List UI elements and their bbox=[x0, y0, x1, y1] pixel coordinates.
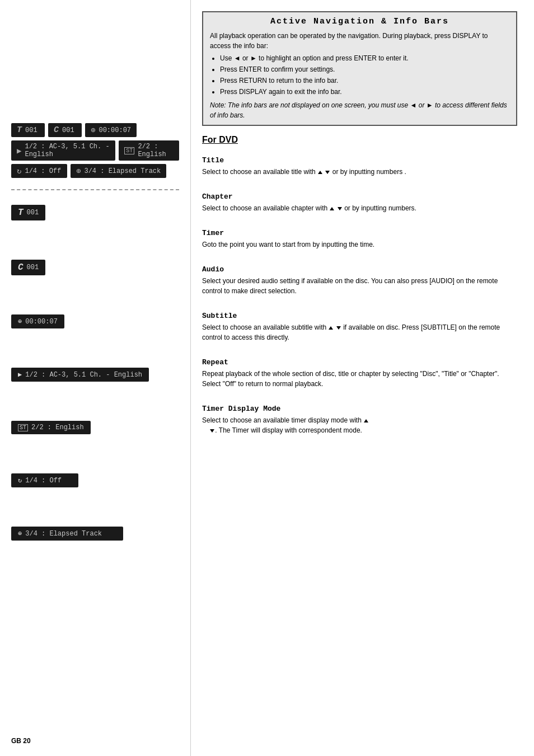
timer-display-cell-overview: ⊕ 3/4 : Elapsed Track bbox=[71, 164, 166, 178]
audio-detail-icon: ▶ bbox=[18, 370, 22, 379]
right-column: Active Navigation & Info Bars All playba… bbox=[190, 0, 534, 756]
section-repeat: Repeat Repeat playback of the whole sect… bbox=[202, 358, 517, 389]
repeat-icon-overview: ↻ bbox=[17, 166, 21, 176]
audio-cell-overview: ▶ 1/2 : AC-3, 5.1 Ch. - English bbox=[11, 140, 115, 161]
section-subtitle: Subtitle Select to choose an available s… bbox=[202, 312, 517, 342]
page-container: T 001 C 001 ⊕ 00:00:07 ▶ 1/2 : AC-3, 5.1… bbox=[0, 0, 534, 756]
section-timer-heading: Timer bbox=[202, 229, 517, 237]
dvd-overview: T 001 C 001 ⊕ 00:00:07 ▶ 1/2 : AC-3, 5.1… bbox=[11, 123, 179, 178]
audio-icon-overview: ▶ bbox=[17, 146, 21, 156]
chapter-detail-cell: C 001 bbox=[11, 260, 45, 275]
subtitle-val-overview: 2/2 : English bbox=[138, 143, 174, 158]
title-val-overview: 001 bbox=[25, 126, 38, 134]
repeat-detail-val: 1/4 : Off bbox=[25, 477, 62, 485]
section-chapter: Chapter Select to choose an available ch… bbox=[202, 192, 517, 213]
title-detail-icon: T bbox=[18, 208, 24, 218]
section-chapter-body: Select to choose an available chapter wi… bbox=[202, 203, 517, 213]
timer-detail-icon: ⊕ bbox=[18, 317, 22, 326]
repeat-detail-item: ↻ 1/4 : Off bbox=[11, 473, 179, 487]
overview-row-1: T 001 C 001 ⊕ 00:00:07 bbox=[11, 123, 179, 137]
section-subtitle-heading: Subtitle bbox=[202, 312, 517, 320]
overview-row-3: ↻ 1/4 : Off ⊕ 3/4 : Elapsed Track bbox=[11, 164, 179, 178]
audio-detail-val: 1/2 : AC-3, 5.1 Ch. - English bbox=[25, 371, 142, 379]
info-bar-intro: All playback operation can be operated b… bbox=[210, 31, 509, 51]
section-timer: Timer Goto the point you want to start f… bbox=[202, 229, 517, 250]
title-detail-val: 001 bbox=[27, 209, 39, 217]
section-title-heading: Title bbox=[202, 156, 517, 165]
audio-detail-cell: ▶ 1/2 : AC-3, 5.1 Ch. - English bbox=[11, 368, 149, 382]
info-bar-bullets: Use ◄ or ► to highlight an option and pr… bbox=[220, 53, 509, 97]
section-repeat-body: Repeat playback of the whole section of … bbox=[202, 369, 517, 389]
chapter-detail-icon: C bbox=[18, 262, 24, 273]
page-number: GB 20 bbox=[11, 737, 31, 745]
repeat-detail-icon: ↻ bbox=[18, 476, 22, 485]
timer-detail-val: 00:00:07 bbox=[25, 318, 58, 326]
subtitle-icon-overview: ST bbox=[124, 147, 134, 154]
repeat-val-overview: 1/4 : Off bbox=[25, 167, 61, 175]
timer-icon-overview: ⊕ bbox=[91, 125, 95, 135]
section-subtitle-body: Select to choose an available subtitle w… bbox=[202, 322, 517, 342]
dashed-separator bbox=[11, 189, 179, 190]
section-chapter-heading: Chapter bbox=[202, 192, 517, 201]
chapter-detail-val: 001 bbox=[27, 264, 39, 271]
timer-display-detail-cell: ⊕ 3/4 : Elapsed Track bbox=[11, 527, 123, 541]
subtitle-cell-overview: ST 2/2 : English bbox=[119, 140, 179, 161]
info-bar-box: Active Navigation & Info Bars All playba… bbox=[202, 11, 517, 126]
timer-detail-cell: ⊕ 00:00:07 bbox=[11, 314, 64, 328]
timer-display-detail-icon: ⊕ bbox=[18, 529, 22, 538]
info-bar-bullet-1: Use ◄ or ► to highlight an option and pr… bbox=[220, 53, 509, 63]
section-timer-body: Goto the point you want to start from by… bbox=[202, 240, 517, 250]
detail-items-list: T 001 C 001 ⊕ 00:00:07 bbox=[11, 205, 179, 541]
section-audio-body: Select your desired audio setting if ava… bbox=[202, 276, 517, 296]
title-detail-item: T 001 bbox=[11, 205, 179, 220]
subtitle-detail-item: ST 2/2 : English bbox=[11, 421, 179, 434]
section-title: Title Select to choose an available titl… bbox=[202, 156, 517, 177]
audio-val-overview: 1/2 : AC-3, 5.1 Ch. - English bbox=[25, 143, 110, 158]
title-icon-overview: T bbox=[17, 125, 22, 135]
section-title-body: Select to choose an available title with… bbox=[202, 167, 517, 177]
info-bar-bullet-2: Press ENTER to confirm your settings. bbox=[220, 64, 509, 74]
chapter-detail-item: C 001 bbox=[11, 260, 179, 275]
overview-row-2: ▶ 1/2 : AC-3, 5.1 Ch. - English ST 2/2 :… bbox=[11, 140, 179, 161]
section-timer-display-body: Select to choose an available timer disp… bbox=[202, 415, 517, 435]
timer-detail-item: ⊕ 00:00:07 bbox=[11, 314, 179, 328]
timer-cell-overview: ⊕ 00:00:07 bbox=[85, 123, 137, 137]
timer-display-val-overview: 3/4 : Elapsed Track bbox=[84, 167, 161, 175]
section-audio-heading: Audio bbox=[202, 265, 517, 274]
info-bar-note: Note: The info bars are not displayed on… bbox=[210, 100, 509, 120]
info-bar-body: All playback operation can be operated b… bbox=[210, 31, 509, 120]
chapter-val-overview: 001 bbox=[62, 126, 74, 134]
timer-val-overview: 00:00:07 bbox=[99, 126, 131, 134]
for-dvd-heading: For DVD bbox=[202, 135, 517, 145]
info-bar-bullet-3: Press RETURN to return to the info bar. bbox=[220, 76, 509, 86]
repeat-cell-overview: ↻ 1/4 : Off bbox=[11, 164, 67, 178]
section-repeat-heading: Repeat bbox=[202, 358, 517, 367]
timer-display-detail-val: 3/4 : Elapsed Track bbox=[25, 530, 102, 538]
title-cell-overview: T 001 bbox=[11, 123, 45, 137]
left-column: T 001 C 001 ⊕ 00:00:07 ▶ 1/2 : AC-3, 5.1… bbox=[0, 0, 190, 756]
chapter-cell-overview: C 001 bbox=[48, 123, 82, 137]
subtitle-detail-val: 2/2 : English bbox=[31, 424, 84, 431]
info-bar-title: Active Navigation & Info Bars bbox=[210, 17, 509, 26]
section-timer-display: Timer Display Mode Select to choose an a… bbox=[202, 405, 517, 435]
title-detail-cell: T 001 bbox=[11, 205, 45, 220]
chapter-icon-overview: C bbox=[54, 125, 59, 135]
audio-detail-item: ▶ 1/2 : AC-3, 5.1 Ch. - English bbox=[11, 368, 179, 382]
info-bar-bullet-4: Press DISPLAY again to exit the info bar… bbox=[220, 87, 509, 97]
repeat-detail-cell: ↻ 1/4 : Off bbox=[11, 473, 78, 487]
timer-display-icon-overview: ⊕ bbox=[76, 166, 81, 176]
section-timer-display-heading: Timer Display Mode bbox=[202, 405, 517, 413]
timer-display-detail-item: ⊕ 3/4 : Elapsed Track bbox=[11, 527, 179, 541]
subtitle-detail-icon: ST bbox=[18, 424, 28, 431]
subtitle-detail-cell: ST 2/2 : English bbox=[11, 421, 91, 434]
section-audio: Audio Select your desired audio setting … bbox=[202, 265, 517, 296]
